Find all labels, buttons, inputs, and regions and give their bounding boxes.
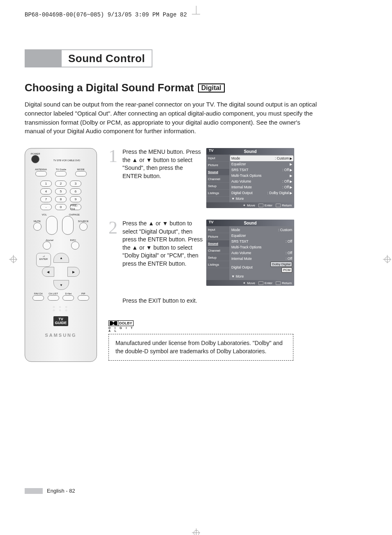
dpad: ▲ ▼ ◀ ▶ ⏎ENTER [36,253,85,290]
print-header: BP68-00469B-00(076~085) 9/13/05 3:09 PM … [25,12,187,18]
foot-enter: Enter [265,204,272,207]
step-1-text: Press the MENU button. Press the ▲ or ▼ … [122,148,204,208]
num-button-6: 6 [70,188,81,195]
osd-row: Equalizer [230,233,293,239]
menu-button [43,241,51,250]
osd-title: Sound [206,149,294,154]
source-button [79,222,88,231]
foot-return: Return [282,281,292,285]
foot-enter: Enter [265,281,272,285]
num-button-1: 1 [40,181,52,187]
osd-nav-input: Input [206,155,229,162]
osd-row: Digital OutputDolby DigitalPCM [230,262,293,273]
digital-badge: Digital [198,83,225,93]
power-button [31,155,39,163]
dolby-word: DOLBY [118,320,134,326]
page-footer: English - 82 [25,488,75,494]
page-number: English - 82 [47,488,75,494]
osd-tv-label: TV [209,148,214,153]
antenna-button [35,171,47,176]
step-number: 2 [108,220,120,286]
osd-nav-listings: Listings [206,190,229,197]
num-button-2: 2 [55,181,67,187]
osd-nav-channel: Channel [206,176,229,183]
osd-nav-setup: Setup [206,254,229,261]
osd-row: Auto Volume: Off▶ [230,178,293,184]
osd-title: Sound [206,221,294,225]
osd-screenshot-1: TVSound InputPictureSoundChannelSetupLis… [206,148,294,208]
foot-return: Return [282,204,292,207]
step-number: 1 [108,148,120,208]
osd-nav-setup: Setup [206,183,229,190]
intro-paragraph: Digital sound can be output from the rea… [25,100,321,136]
remote-bottom-row: FAV.CHCH.LISTD-NetPIP [29,292,92,302]
osd-row: Internal Mute: Off▶ [230,184,293,190]
numpad: 123456789-0PRE-CH [29,181,92,210]
osd-row: Equalizer▶ [230,161,293,167]
osd-row: Digital Output: Dolby Digital▶ [230,190,293,196]
remote-illustration: POWER TV STB VCR CABLE DVD ANTENNA TV Gu… [25,148,97,362]
antenna-label: ANTENNA [35,168,47,171]
page-title: Choosing a Digital Sound Format Digital [25,81,367,94]
remote-label: PIP [78,292,89,295]
dot-buttons: ○ ○ ○○ ○ ○ [29,306,92,312]
section-banner: Sound Control [25,49,367,67]
osd-row: Internal Mute: Off [230,256,293,262]
brand-logo: SAMSUNG [29,333,92,338]
num-button-9: 9 [70,196,81,202]
osd-tv-label: TV [209,220,214,224]
foot-move: Move [247,204,255,207]
dolby-sub: D I G I T A L [108,327,137,332]
tvguide-label: TV Guide [55,168,67,171]
vol-rocker [46,216,58,235]
remote-button [32,295,44,301]
osd-more: ▼ More [230,196,293,201]
num-button-8: 8 [55,196,67,202]
osd-row: Multi-Track Options▶ [230,173,293,178]
osd-nav-picture: Picture [206,162,229,169]
remote-button [78,295,89,301]
mode-button [75,171,87,176]
num-button-PRE-CH: PRE-CH [70,204,81,210]
banner-title: Sound Control [68,52,145,65]
osd-row: SRS TSXT: Off▶ [230,167,293,173]
osd-row: Auto Volume: Off [230,250,293,256]
osd-option: PCM [281,267,292,273]
num-button-3: 3 [70,181,81,187]
num-button-0: 0 [55,204,67,210]
osd-nav-listings: Listings [206,261,229,268]
osd-option: Dolby Digital [270,262,292,267]
mute-button [33,222,42,231]
page-title-text: Choosing a Digital Sound Format [25,81,194,94]
osd-nav-sound: Sound [206,240,229,247]
num-button-7: 7 [40,196,52,202]
osd-more: ▼ More [230,273,293,279]
crop-mark [196,6,196,14]
exit-instruction: Press the EXIT button to exit. [122,297,367,304]
osd-nav-input: Input [206,226,229,233]
remote-label: CH.LIST [48,292,59,295]
dolby-logo: DOLBY D I G I T A L [108,320,137,332]
osd-nav-channel: Channel [206,247,229,254]
osd-row: Multi-Track Options [230,244,293,250]
num-button-5: 5 [55,188,67,195]
num-button--: - [40,204,52,210]
crop-mark [192,14,200,14]
osd-row: Mode: Custom [230,227,293,233]
tvguide-logo: TVGUIDE [29,316,92,326]
ch-rocker [62,216,74,235]
mode-label: MODE [75,168,87,171]
step-2-text: Press the ▲ or ▼ button to select "Digit… [122,220,204,286]
foot-move: Move [247,281,255,285]
dolby-note: Manufactured under license from Dolby La… [108,334,293,361]
mode-row-label: TV STB VCR CABLE DVD [43,156,91,162]
num-button-4: 4 [40,188,52,195]
osd-screenshot-2: TVSound InputPictureSoundChannelSetupLis… [206,220,294,286]
osd-nav-sound: Sound [206,169,229,176]
osd-row: Mode: Custom▶ [230,155,293,161]
enter-button: ⏎ENTER [36,253,51,267]
exit-button [71,241,79,250]
remote-label: FAV.CH [32,292,44,295]
osd-row: SRS TSXT: Off [230,239,293,244]
enter-label: ENTER [39,258,48,260]
